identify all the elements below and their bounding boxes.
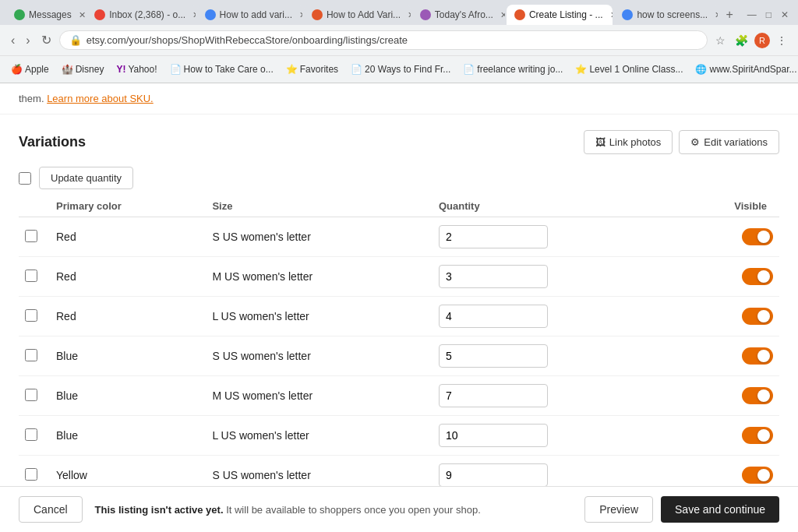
bookmark-favorites[interactable]: ⭐ Favorites [283,62,341,76]
bookmark-freelance[interactable]: 📄 freelance writing jo... [460,62,566,76]
table-row: RedM US women's letter [19,257,779,297]
row-size: L US women's letter [206,297,433,336]
tab-label: Create Listing - ... [529,9,603,20]
variations-title: Variations [19,134,86,150]
row-visible-cell [676,336,779,376]
tab-label: Inbox (2,368) - o... [109,9,185,20]
row-quantity-cell [433,297,676,336]
listing-status-detail: It will be available to shoppers once yo… [226,504,481,516]
row-checkbox[interactable] [25,428,37,441]
address-bar[interactable]: 🔒 etsy.com/your/shops/ShopWithRebeccaSto… [59,30,708,50]
visible-toggle[interactable] [742,467,773,484]
table-row: RedL US women's letter [19,297,779,336]
tab-close-icon[interactable]: ✕ [610,10,613,20]
bookmark-label: freelance writing jo... [477,64,563,75]
tab-favicon [14,9,25,20]
visible-toggle[interactable] [742,387,773,404]
tab-close-icon[interactable]: ✕ [408,10,411,20]
profile-icon[interactable]: R [754,33,770,48]
visible-toggle[interactable] [742,427,773,444]
tab-label: How to Add Vari... [327,9,401,20]
row-checkbox[interactable] [25,389,37,401]
visible-toggle[interactable] [742,228,773,245]
quantity-input[interactable] [439,463,548,487]
tab-close-icon[interactable]: ✕ [299,10,302,20]
row-size: L US women's letter [206,416,433,456]
preview-button[interactable]: Preview [584,496,653,523]
bookmark-yahoo[interactable]: Y! Yahoo! [113,62,160,76]
more-options-icon[interactable]: ⋮ [773,33,790,48]
tab-favicon [205,9,216,20]
star-icon[interactable]: ☆ [712,33,729,48]
row-checkbox[interactable] [25,468,37,481]
table-row: BlueS US women's letter [19,336,779,376]
toggle-slider [742,308,773,325]
new-tab-button[interactable]: + [719,5,739,25]
tab-close-icon[interactable]: ✕ [79,10,85,20]
tab-add-vari[interactable]: How to add vari... ✕ [197,5,302,25]
variations-section: Variations 🖼 Link photos ⚙ Edit variatio… [0,115,798,507]
bookmark-icon: 🍎 [11,64,23,75]
tab-messages[interactable]: Messages ✕ [6,5,85,25]
forward-button[interactable]: › [23,30,33,51]
row-color: Blue [50,336,206,376]
update-quantity-button[interactable]: Update quantity [39,167,133,189]
tab-close-icon[interactable]: ✕ [500,10,505,20]
bookmark-20ways[interactable]: 📄 20 Ways to Find Fr... [348,62,454,76]
visible-toggle[interactable] [742,308,773,325]
tab-close-icon[interactable]: ✕ [192,10,195,20]
tab-favicon [312,9,323,20]
bookmark-disney[interactable]: 🏰 Disney [58,62,108,76]
tab-how-add[interactable]: How to Add Vari... ✕ [304,5,411,25]
quantity-input[interactable] [439,384,548,407]
link-photos-button[interactable]: 🖼 Link photos [584,130,673,154]
bookmark-take-care[interactable]: 📄 How to Take Care o... [167,62,277,76]
bookmark-spirit[interactable]: 🌐 www.SpiritAndSpar... [692,62,798,76]
bookmark-apple[interactable]: 🍎 Apple [8,62,52,76]
row-color: Red [50,217,206,257]
bookmark-icon: 🌐 [695,64,707,75]
row-visible-cell [676,257,779,297]
row-checkbox[interactable] [25,270,37,282]
row-checkbox[interactable] [25,349,37,361]
row-size: M US women's letter [206,257,433,297]
quantity-input[interactable] [439,265,548,288]
tab-close-icon[interactable]: ✕ [715,10,718,20]
tab-label: Messages [29,9,72,20]
visible-toggle[interactable] [742,347,773,365]
variations-table-container: Primary color Size Quantity Visible [19,196,779,491]
link-photos-icon: 🖼 [595,136,606,148]
maximize-button[interactable]: □ [763,6,775,23]
close-button[interactable]: ✕ [778,6,792,23]
tab-create-listing[interactable]: Create Listing - ... ✕ [507,5,613,25]
bookmark-icon: 📄 [351,64,362,75]
select-all-checkbox[interactable] [19,172,31,185]
quantity-input[interactable] [439,225,548,248]
edit-variations-button[interactable]: ⚙ Edit variations [679,130,779,154]
tab-afro[interactable]: Today's Afro... ✕ [412,5,505,25]
quantity-input[interactable] [439,344,548,368]
toggle-slider [742,387,773,404]
cancel-button[interactable]: Cancel [19,496,83,523]
tab-inbox[interactable]: Inbox (2,368) - o... ✕ [87,5,195,25]
reload-button[interactable]: ↻ [38,30,55,51]
save-continue-button[interactable]: Save and continue [661,496,779,523]
browser-controls: ‹ › ↻ 🔒 etsy.com/your/shops/ShopWithRebe… [0,25,798,55]
row-size: S US women's letter [206,217,433,257]
visible-toggle[interactable] [742,268,773,285]
bookmark-level1[interactable]: ⭐ Level 1 Online Class... [572,62,686,76]
row-checkbox-cell [19,297,50,336]
tab-screenshot[interactable]: how to screens... ✕ [614,5,718,25]
quantity-input[interactable] [439,305,548,328]
minimize-button[interactable]: — [744,6,760,23]
bottom-right: Preview Save and continue [584,496,779,523]
row-checkbox-cell [19,376,50,416]
extension-icon[interactable]: 🧩 [732,33,751,48]
quantity-input[interactable] [439,424,548,447]
row-checkbox[interactable] [25,230,37,242]
variations-header: Variations 🖼 Link photos ⚙ Edit variatio… [19,130,779,154]
learn-more-sku-link[interactable]: Learn more about SKU. [47,93,154,104]
row-checkbox[interactable] [25,309,37,322]
row-visible-cell [676,217,779,257]
back-button[interactable]: ‹ [8,30,18,51]
